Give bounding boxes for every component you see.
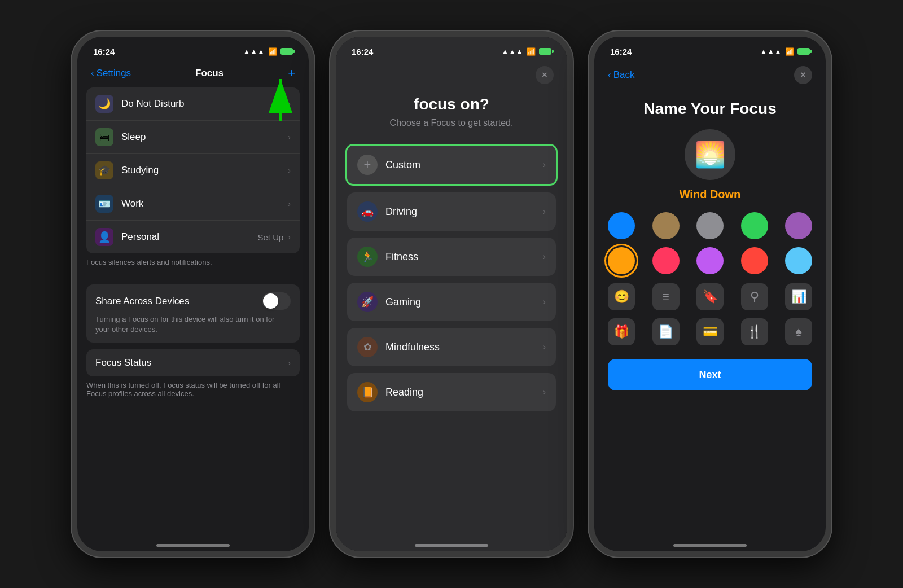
focus-name-field[interactable]: Wind Down [594,188,826,201]
reading-chevron: › [543,387,546,397]
modal-close-button[interactable]: × [536,66,554,84]
focus-item-do-not-disturb[interactable]: 🌙 Do Not Disturb On › [86,87,300,121]
focus-item-studying[interactable]: 🎓 Studying › [86,154,300,187]
status-icons-1: ▲▲▲ 📶 [243,47,293,56]
wifi-icon-1: 📶 [268,47,277,56]
focus-list: 🌙 Do Not Disturb On › 🛏 Sleep › 🎓 Studyi… [86,87,300,253]
icon-cards[interactable]: ♠ [785,318,812,345]
focus-item-work[interactable]: 🪪 Work › [86,187,300,221]
home-indicator-3 [673,544,747,547]
studying-label: Studying [121,165,288,176]
icon-list[interactable]: ≡ [652,283,680,310]
chevron-icon-3: › [288,166,291,175]
mindfulness-label: Mindfulness [385,341,543,353]
focus-option-fitness[interactable]: 🏃 Fitness › [347,238,556,276]
close-button-3[interactable]: × [794,66,812,84]
focus-status-title: Focus Status [95,357,151,368]
personal-status: Set Up [257,232,283,242]
icon-chart[interactable]: 📊 [785,283,812,310]
wifi-icon-3: 📶 [785,47,794,56]
color-purple[interactable] [785,212,812,239]
time-1: 16:24 [93,47,115,56]
focus-item-personal[interactable]: 👤 Personal Set Up › [86,221,300,253]
back-button-3[interactable]: ‹ Back [608,69,634,81]
personal-label: Personal [121,231,257,243]
focus-option-reading[interactable]: 📙 Reading › [347,373,556,411]
phone-1: 16:24 ▲▲▲ 📶 ‹ Settings Focus + [72,31,314,557]
phones-container: 16:24 ▲▲▲ 📶 ‹ Settings Focus + [60,20,843,568]
signal-icon-1: ▲▲▲ [243,47,265,56]
focus-hint: Focus silences alerts and notifications. [77,253,309,275]
close-label-2: × [542,70,547,80]
focus-item-sleep[interactable]: 🛏 Sleep › [86,121,300,154]
focus-status-chevron: › [288,358,291,367]
fitness-chevron: › [543,252,546,262]
focus-option-driving[interactable]: 🚗 Driving › [347,192,556,231]
chevron-icon-2: › [288,133,291,142]
close-label-3: × [800,70,805,80]
work-icon: 🪪 [95,195,113,213]
color-orange[interactable] [608,247,635,274]
focus-option-mindfulness[interactable]: ✿ Mindfulness › [347,328,556,366]
icon-gift[interactable]: 🎁 [608,318,635,345]
custom-label: Custom [385,159,543,171]
wifi-icon-2: 📶 [527,47,536,56]
color-tan[interactable] [652,212,680,239]
color-row-2 [608,247,812,274]
do-not-disturb-icon: 🌙 [95,95,113,113]
color-violet[interactable] [696,247,724,274]
color-cyan[interactable] [785,247,812,274]
phone-2: 16:24 ▲▲▲ 📶 × focus on? Choose a Focus t… [330,31,573,557]
chevron-icon-5: › [288,232,291,242]
focus-option-custom[interactable]: + Custom › [345,144,558,186]
chevron-icon-1: › [288,99,291,108]
back-chevron-1: ‹ [91,68,94,79]
color-red[interactable] [741,247,768,274]
color-grid [594,212,826,274]
battery-icon-1 [280,48,293,55]
chevron-icon-4: › [288,199,291,208]
color-blue[interactable] [608,212,635,239]
icon-card[interactable]: 💳 [696,318,724,345]
icon-row-2: 🎁 📄 💳 🍴 ♠ [608,318,812,345]
color-pink[interactable] [652,247,680,274]
page-title-3: Name Your Focus [594,91,826,118]
icon-emoji[interactable]: 😊 [608,283,635,310]
driving-chevron: › [543,207,546,217]
home-indicator-2 [415,544,488,547]
gaming-label: Gaming [385,296,543,308]
share-title: Share Across Devices [95,296,189,307]
back-to-settings[interactable]: ‹ Settings [91,68,131,79]
focus-status-section[interactable]: Focus Status › [86,349,300,376]
color-row-1 [608,212,812,239]
icon-grid: 😊 ≡ 🔖 ⚲ 📊 🎁 📄 💳 🍴 ♠ [594,283,826,345]
gaming-icon: 🚀 [357,292,378,312]
focus-icon-display[interactable]: 🌅 [685,129,735,180]
icon-row-1: 😊 ≡ 🔖 ⚲ 📊 [608,283,812,310]
mindfulness-chevron: › [543,342,546,352]
color-gray[interactable] [696,212,724,239]
icon-bookmark[interactable]: 🔖 [696,283,724,310]
color-green[interactable] [741,212,768,239]
icon-utensils[interactable]: 🍴 [741,318,768,345]
share-hint: Turning a Focus on for this device will … [95,314,291,335]
add-focus-button[interactable]: + [288,66,295,81]
sleep-icon: 🛏 [95,128,113,146]
name-focus-nav: ‹ Back × [594,62,826,91]
time-3: 16:24 [610,47,632,56]
modal-subtitle: Choose a Focus to get started. [336,118,567,128]
fitness-icon: 🏃 [357,247,378,267]
fitness-label: Fitness [385,251,543,263]
work-label: Work [121,198,288,209]
icon-doc[interactable]: 📄 [652,318,680,345]
modal-title-text: focus on? [414,95,489,113]
do-not-disturb-label: Do Not Disturb [121,98,272,109]
driving-icon: 🚗 [357,201,378,222]
icon-pin[interactable]: ⚲ [741,283,768,310]
next-button[interactable]: Next [608,359,812,390]
driving-label: Driving [385,206,543,218]
home-indicator-1 [156,544,230,547]
time-2: 16:24 [352,47,373,56]
focus-option-gaming[interactable]: 🚀 Gaming › [347,283,556,321]
share-toggle[interactable] [262,292,291,310]
